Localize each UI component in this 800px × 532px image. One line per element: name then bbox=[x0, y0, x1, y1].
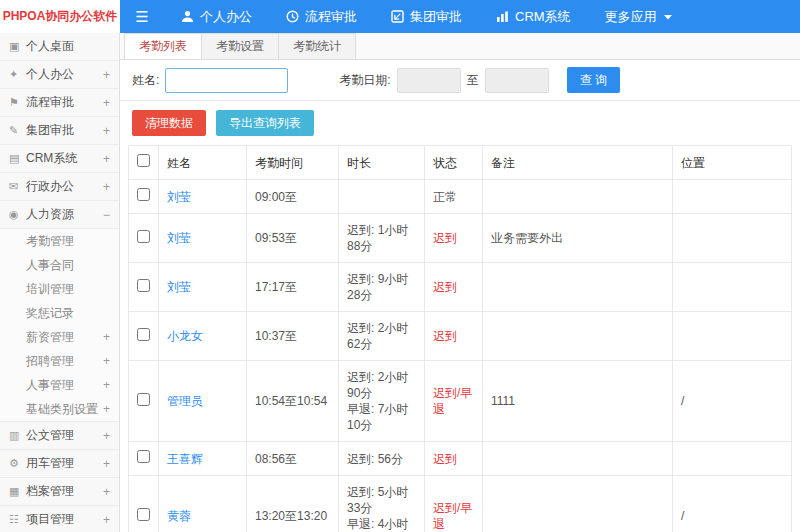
select-all-header-cell bbox=[129, 146, 159, 180]
remark-cell bbox=[483, 442, 673, 476]
status-cell: 迟到/早退 bbox=[425, 476, 483, 532]
row-checkbox[interactable] bbox=[137, 230, 150, 243]
sidebar-item-admin-office[interactable]: ✉行政办公+ bbox=[0, 173, 119, 201]
flow-icon bbox=[286, 10, 299, 23]
expand-icon: + bbox=[103, 330, 110, 344]
sidebar-item-group-approval[interactable]: ✎集团审批+ bbox=[0, 117, 119, 145]
select-all-checkbox[interactable] bbox=[137, 154, 150, 167]
document-icon: ▥ bbox=[9, 429, 26, 442]
location-cell: / bbox=[673, 476, 792, 532]
menu-toggle-button[interactable]: ☰ bbox=[120, 0, 164, 33]
topnav-item-personal-office[interactable]: 个人办公 bbox=[164, 0, 269, 33]
employee-name-link[interactable]: 刘莹 bbox=[167, 231, 191, 245]
duration-cell bbox=[339, 180, 425, 214]
employee-name-link[interactable]: 刘莹 bbox=[167, 280, 191, 294]
topnav-item-label: 个人办公 bbox=[200, 8, 252, 26]
sidebar-subitem-basic-category-settings[interactable]: 基础类别设置+ bbox=[0, 397, 119, 421]
sidebar-subitem-personnel-contract[interactable]: 人事合同 bbox=[0, 253, 119, 277]
tab-attendance-list[interactable]: 考勤列表 bbox=[124, 33, 202, 59]
row-checkbox[interactable] bbox=[137, 508, 150, 521]
table-row: 小龙女10:37至迟到: 2小时62分迟到 bbox=[129, 312, 792, 361]
search-button[interactable]: 查 询 bbox=[567, 67, 620, 93]
sidebar-subitem-attendance-management[interactable]: 考勤管理 bbox=[0, 229, 119, 253]
status-badge: 正常 bbox=[433, 190, 457, 204]
topnav-item-more-apps[interactable]: 更多应用 bbox=[588, 0, 690, 33]
name-filter-input[interactable] bbox=[165, 68, 288, 93]
status-badge: 迟到 bbox=[433, 452, 457, 466]
remark-cell bbox=[483, 263, 673, 312]
row-checkbox[interactable] bbox=[137, 188, 150, 201]
date-to-input[interactable] bbox=[485, 68, 549, 93]
tab-attendance-stats[interactable]: 考勤统计 bbox=[278, 33, 356, 59]
employee-name-link[interactable]: 管理员 bbox=[167, 394, 203, 408]
approval-icon: ✎ bbox=[9, 124, 26, 137]
row-checkbox[interactable] bbox=[137, 450, 150, 463]
sidebar-subitem-recruitment-management[interactable]: 招聘管理+ bbox=[0, 349, 119, 373]
row-checkbox[interactable] bbox=[137, 328, 150, 341]
sidebar-subitem-label: 招聘管理 bbox=[26, 353, 74, 370]
sidebar-subitem-label: 薪资管理 bbox=[26, 329, 74, 346]
time-cell: 17:17至 bbox=[247, 263, 339, 312]
table-wrap: 姓名考勤时间时长状态备注位置 刘莹09:00至正常刘莹09:53至迟到: 1小时… bbox=[120, 145, 800, 532]
hamburger-icon: ☰ bbox=[135, 8, 148, 26]
sidebar-subitem-salary-management[interactable]: 薪资管理+ bbox=[0, 325, 119, 349]
name-filter-label: 姓名: bbox=[132, 72, 159, 89]
sidebar-item-workflow-approval[interactable]: ⚑流程审批+ bbox=[0, 89, 119, 117]
duration-cell: 迟到: 56分 bbox=[339, 442, 425, 476]
row-checkbox[interactable] bbox=[137, 279, 150, 292]
name-cell: 王喜辉 bbox=[159, 442, 247, 476]
location-cell: / bbox=[673, 361, 792, 442]
sidebar-item-vehicle-management[interactable]: ⚙用车管理+ bbox=[0, 450, 119, 478]
duration-line: 早退: 7小时10分 bbox=[347, 401, 416, 433]
sidebar-item-archive-management[interactable]: ▦档案管理+ bbox=[0, 478, 119, 506]
expand-icon: + bbox=[103, 152, 110, 166]
topnav-item-label: 集团审批 bbox=[410, 8, 462, 26]
status-cell: 正常 bbox=[425, 180, 483, 214]
status-badge: 迟到 bbox=[433, 329, 457, 343]
user-icon bbox=[181, 10, 194, 23]
attendance-table-body: 刘莹09:00至正常刘莹09:53至迟到: 1小时88分迟到业务需要外出刘莹17… bbox=[129, 180, 792, 532]
sidebar-item-crm-system[interactable]: ▤CRM系统+ bbox=[0, 145, 119, 173]
column-header-1: 姓名 bbox=[159, 146, 247, 180]
tab-attendance-settings[interactable]: 考勤设置 bbox=[201, 33, 279, 59]
date-from-input[interactable] bbox=[397, 68, 461, 93]
topnav-item-group-approval[interactable]: 集团审批 bbox=[374, 0, 479, 33]
sidebar-item-human-resources[interactable]: ◉人力资源− bbox=[0, 201, 119, 229]
employee-name-link[interactable]: 刘莹 bbox=[167, 190, 191, 204]
topnav-item-crm-system[interactable]: CRM系统 bbox=[479, 0, 588, 33]
expand-icon: + bbox=[103, 513, 110, 527]
sidebar-item-label: 人力资源 bbox=[26, 206, 74, 223]
sidebar-subitem-reward-punishment[interactable]: 奖惩记录 bbox=[0, 301, 119, 325]
status-badge: 迟到 bbox=[433, 231, 457, 245]
attendance-table-header-row: 姓名考勤时间时长状态备注位置 bbox=[129, 146, 792, 180]
expand-icon: + bbox=[103, 378, 110, 392]
sidebar-item-document-management[interactable]: ▥公文管理+ bbox=[0, 422, 119, 450]
duration-line: 迟到: 2小时90分 bbox=[347, 369, 416, 401]
sidebar-item-project-management[interactable]: ☷项目管理+ bbox=[0, 506, 119, 532]
sidebar-subitem-training-management[interactable]: 培训管理 bbox=[0, 277, 119, 301]
employee-name-link[interactable]: 王喜辉 bbox=[167, 452, 203, 466]
sidebar-item-personal-desktop[interactable]: ▣个人桌面 bbox=[0, 33, 119, 61]
date-filter-label: 考勤日期: bbox=[339, 72, 390, 89]
remark-cell: 1111 bbox=[483, 361, 673, 442]
admin-icon: ✉ bbox=[9, 180, 26, 193]
sidebar-item-label: 公文管理 bbox=[26, 427, 74, 444]
sidebar-item-label: 个人办公 bbox=[26, 66, 74, 83]
sidebar-item-label: 集团审批 bbox=[26, 122, 74, 139]
employee-name-link[interactable]: 小龙女 bbox=[167, 329, 203, 343]
sidebar-item-personal-office[interactable]: ✦个人办公+ bbox=[0, 61, 119, 89]
approval-icon bbox=[391, 10, 404, 23]
topnav-item-workflow-approval[interactable]: 流程审批 bbox=[269, 0, 374, 33]
employee-name-link[interactable]: 黄蓉 bbox=[167, 509, 191, 523]
checkbox-cell bbox=[129, 361, 159, 442]
sidebar-subitem-personnel-management[interactable]: 人事管理+ bbox=[0, 373, 119, 397]
export-list-button[interactable]: 导出查询列表 bbox=[216, 110, 314, 136]
duration-cell: 迟到: 2小时90分早退: 7小时10分 bbox=[339, 361, 425, 442]
expand-icon: + bbox=[103, 402, 110, 416]
status-cell: 迟到 bbox=[425, 312, 483, 361]
column-header-5: 备注 bbox=[483, 146, 673, 180]
clean-data-button[interactable]: 清理数据 bbox=[132, 110, 206, 136]
flow-icon: ⚑ bbox=[9, 96, 26, 109]
sidebar-item-label: 档案管理 bbox=[26, 483, 74, 500]
row-checkbox[interactable] bbox=[137, 393, 150, 406]
